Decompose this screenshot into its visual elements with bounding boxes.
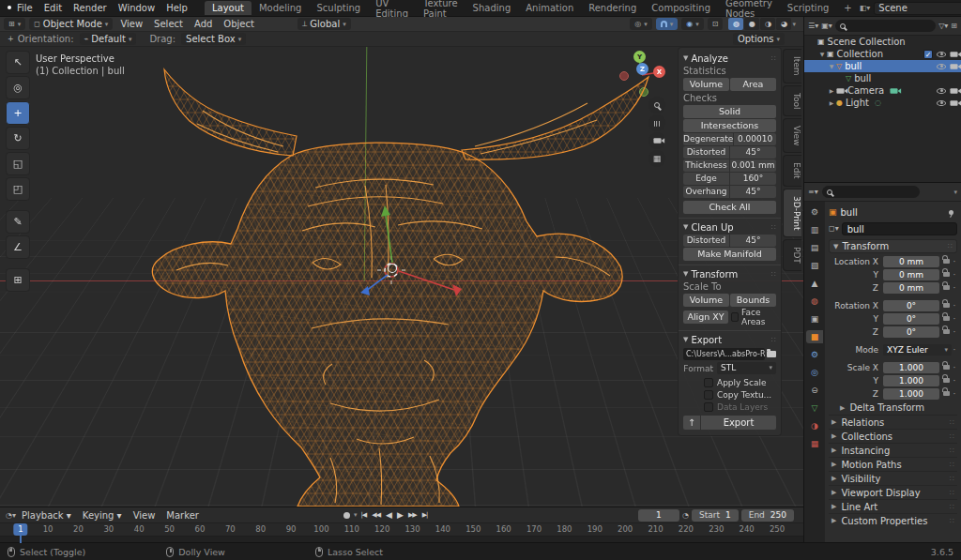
properties-tab-texture[interactable]: ▦ bbox=[806, 437, 823, 450]
menu-help[interactable]: Help bbox=[160, 3, 193, 13]
current-frame-field[interactable]: 1 bbox=[638, 509, 679, 522]
shading-wireframe-button[interactable]: ◍ bbox=[728, 18, 743, 30]
xray-toggle-button[interactable]: ⊡ bbox=[708, 18, 724, 30]
transform-value-field[interactable]: 0 mm bbox=[883, 282, 939, 294]
animate-dot[interactable]: · bbox=[952, 376, 957, 386]
shading-dropdown-icon[interactable]: ▾ bbox=[792, 21, 796, 28]
statistics-area-button[interactable]: Area bbox=[730, 78, 776, 91]
lock-icon[interactable] bbox=[943, 316, 950, 321]
visibility-eye-icon[interactable] bbox=[937, 64, 946, 69]
workspace-tab-modeling[interactable]: Modeling bbox=[252, 1, 310, 15]
pin-icon[interactable] bbox=[949, 210, 953, 215]
jump-to-end-button[interactable]: ▶| bbox=[420, 511, 430, 519]
filter-funnel-icon[interactable]: ▽▾ bbox=[938, 22, 948, 30]
datalayers-checkbox[interactable] bbox=[704, 402, 713, 412]
timeline-menu-keying[interactable]: Keying ▾ bbox=[77, 510, 128, 521]
workspace-tab-animation[interactable]: Animation bbox=[518, 1, 581, 15]
drag-dropdown[interactable]: Select Box▾ bbox=[181, 33, 246, 45]
check-value[interactable]: 45° bbox=[730, 146, 776, 159]
animate-dot[interactable]: · bbox=[952, 389, 957, 399]
lock-icon[interactable] bbox=[943, 365, 950, 370]
snap-button[interactable]: ▾ bbox=[656, 18, 679, 30]
properties-tab-scene[interactable]: ▲ bbox=[806, 277, 823, 290]
check-value[interactable]: 45° bbox=[730, 186, 776, 198]
exclude-checkbox[interactable]: ✓ bbox=[923, 50, 933, 59]
section-relations[interactable]: ▶Relations∷ bbox=[829, 415, 957, 429]
render-visibility-icon[interactable] bbox=[950, 88, 957, 93]
sidebar-tab-pdt[interactable]: PDT bbox=[783, 239, 801, 271]
lock-icon[interactable] bbox=[943, 285, 950, 290]
check-row-edge-sharp[interactable]: Edge Sharp160° bbox=[683, 173, 776, 185]
outliner-display-mode-icon[interactable]: ☰▾ bbox=[808, 22, 818, 30]
shading-rendered-button[interactable]: ◕ bbox=[776, 18, 791, 30]
outliner-row-camera[interactable]: ▶Camera bbox=[804, 84, 961, 97]
export-section-header[interactable]: ▼Export∷ bbox=[683, 333, 776, 346]
viewport-menu-view[interactable]: View bbox=[114, 19, 148, 29]
add-workspace-button[interactable]: + bbox=[836, 1, 859, 15]
workspace-tab-rendering[interactable]: Rendering bbox=[581, 1, 644, 15]
check-solid-button[interactable]: Solid bbox=[683, 105, 776, 118]
outliner-row-bull[interactable]: ▽bull bbox=[804, 72, 961, 84]
auto-key-icon[interactable] bbox=[343, 512, 350, 519]
prev-keyframe-button[interactable]: ◀◀ bbox=[370, 511, 382, 519]
sidebar-tab-view[interactable]: View bbox=[783, 118, 801, 153]
animate-dot[interactable]: · bbox=[952, 283, 957, 293]
transform-value-field[interactable]: 1.000 bbox=[883, 362, 939, 373]
copytextu-checkbox[interactable] bbox=[704, 390, 713, 400]
transform-orientation-dropdown[interactable]: ⟂Global▾ bbox=[297, 18, 351, 30]
play-reverse-button[interactable]: ◀ bbox=[384, 510, 393, 520]
sidebar-tab-3d-print[interactable]: 3D-Print bbox=[783, 189, 801, 238]
properties-search-input[interactable] bbox=[822, 186, 920, 198]
properties-tab-render[interactable]: ▥ bbox=[806, 223, 823, 236]
timeline-editor-icon[interactable]: ◔▾ bbox=[6, 511, 16, 520]
workspace-tab-sculpting[interactable]: Sculpting bbox=[309, 1, 368, 15]
render-visibility-icon[interactable] bbox=[950, 52, 957, 56]
lock-icon[interactable] bbox=[943, 303, 950, 308]
check-all-button[interactable]: Check All bbox=[683, 201, 776, 214]
jump-to-start-button[interactable]: |◀ bbox=[359, 511, 369, 519]
menu-render[interactable]: Render bbox=[68, 3, 113, 13]
properties-tab-material[interactable]: ◑ bbox=[806, 419, 823, 432]
check-value[interactable]: 0.001 mm bbox=[730, 159, 776, 172]
animate-dot[interactable]: · bbox=[952, 257, 957, 266]
animate-dot[interactable]: · bbox=[952, 314, 957, 324]
properties-tab-physics[interactable]: ◎ bbox=[806, 366, 823, 379]
frame-ruler[interactable]: 1020304050607080901001101201301401501601… bbox=[0, 523, 803, 537]
viewport-3d[interactable]: User Perspective (1) Collection | bull ↖… bbox=[0, 47, 803, 507]
menu-window[interactable]: Window bbox=[113, 3, 160, 13]
animate-dot[interactable]: · bbox=[952, 270, 957, 280]
lock-icon[interactable] bbox=[943, 391, 950, 396]
shading-material-button[interactable]: ◑ bbox=[760, 18, 775, 30]
menu-edit[interactable]: Edit bbox=[38, 3, 68, 13]
check-intersections-button[interactable]: Intersections bbox=[683, 119, 776, 132]
animate-dot[interactable]: · bbox=[952, 327, 957, 337]
properties-editor-icon[interactable]: ≡▾ bbox=[808, 188, 818, 196]
pivot-point-button[interactable]: ◎▾ bbox=[630, 18, 652, 30]
check-row-overhang[interactable]: Overhang45° bbox=[683, 186, 776, 198]
outliner-filter-mode-icon[interactable]: ▣▾ bbox=[821, 22, 832, 30]
transform-section-header[interactable]: ▼Transform∷ bbox=[683, 267, 776, 280]
animate-dot[interactable]: · bbox=[952, 363, 957, 372]
breadcrumb-object-name[interactable]: bull bbox=[841, 207, 858, 218]
lock-icon[interactable] bbox=[943, 259, 950, 264]
viewport-menu-select[interactable]: Select bbox=[148, 19, 189, 29]
object-name-field[interactable]: bull bbox=[842, 222, 957, 235]
section-motion-paths[interactable]: ▶Motion Paths∷ bbox=[829, 457, 957, 471]
expand-icon[interactable]: ▶ bbox=[827, 87, 836, 94]
folder-browse-icon[interactable] bbox=[767, 351, 776, 357]
check-row-degenerate[interactable]: Degenerate0.00010 bbox=[683, 133, 776, 145]
viewport-menu-add[interactable]: Add bbox=[189, 19, 218, 29]
sidebar-tab-item[interactable]: Item bbox=[783, 49, 801, 83]
workspace-tab-compositing[interactable]: Compositing bbox=[644, 1, 718, 15]
transform-value-field[interactable]: 0 mm bbox=[883, 269, 939, 280]
transform-value-field[interactable]: 1.000 bbox=[883, 388, 939, 400]
visibility-eye-icon[interactable] bbox=[937, 100, 946, 106]
proportional-editing-button[interactable]: ◉▾ bbox=[681, 18, 704, 30]
export-button[interactable]: ↑ Export bbox=[683, 416, 776, 430]
section-delta-transform[interactable]: ▶Delta Transform bbox=[829, 401, 957, 415]
export-path-field[interactable]: C:\Users\A...absPro-RCs\ bbox=[683, 348, 765, 360]
applyscale-checkbox[interactable] bbox=[704, 378, 713, 387]
timeline-menu-marker[interactable]: Marker bbox=[160, 510, 205, 521]
properties-tab-tool[interactable]: ⚙ bbox=[806, 205, 823, 219]
properties-tab-constraints[interactable]: ⊖ bbox=[806, 384, 823, 397]
